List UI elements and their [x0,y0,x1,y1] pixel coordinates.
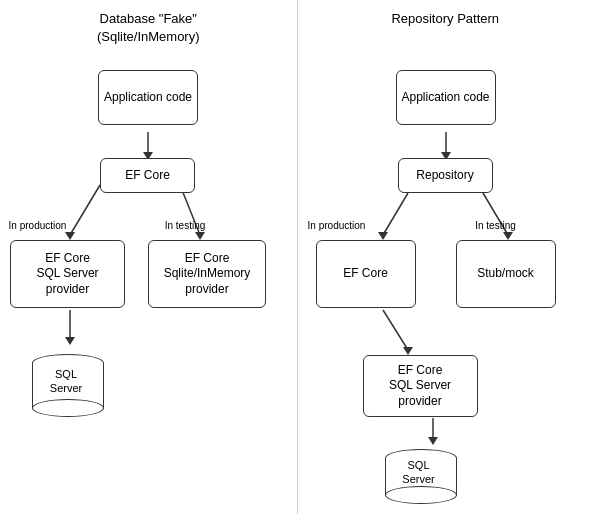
left-title: Database "Fake" (Sqlite/InMemory) [0,0,297,46]
left-testing-box: EF Core Sqlite/InMemory provider [148,240,266,308]
diagram-container: Database "Fake" (Sqlite/InMemory) Applic… [0,0,593,514]
right-repository-box: Repository [398,158,493,193]
svg-marker-5 [195,232,205,240]
left-ef-core-box: EF Core [100,158,195,193]
left-in-testing-label: In testing [155,220,215,231]
svg-line-10 [383,193,408,235]
right-in-testing-label: In testing [466,220,526,231]
svg-marker-11 [378,232,388,240]
right-sql-cylinder: SQL Server [383,440,459,512]
left-app-code-box: Application code [98,70,198,125]
svg-marker-13 [503,232,513,240]
svg-line-14 [383,310,408,350]
right-diagram: Repository Pattern Application code Repo… [297,0,594,514]
svg-marker-15 [403,347,413,355]
left-sql-cylinder: SQL Server [30,345,106,425]
right-in-production-label: In production [303,220,371,231]
left-in-production-label: In production [5,220,70,231]
svg-line-2 [70,185,100,235]
left-production-box: EF Core SQL Server provider [10,240,125,308]
right-app-code-box: Application code [396,70,496,125]
right-production-box: EF Core SQL Server provider [363,355,478,417]
svg-marker-7 [65,337,75,345]
right-ef-core-box: EF Core [316,240,416,308]
right-stub-mock-box: Stub/mock [456,240,556,308]
right-title: Repository Pattern [298,0,594,28]
left-diagram: Database "Fake" (Sqlite/InMemory) Applic… [0,0,297,514]
svg-marker-3 [65,232,75,240]
